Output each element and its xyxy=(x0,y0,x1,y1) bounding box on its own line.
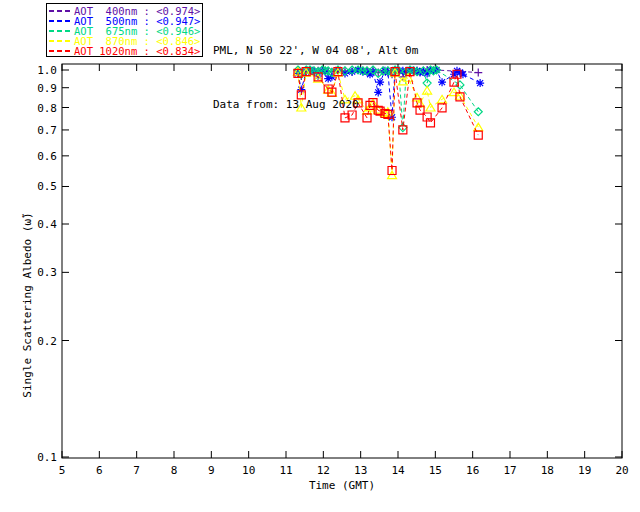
x-tick-label: 17 xyxy=(503,464,516,477)
legend-item-label: AOT 1020nm : <0.834> xyxy=(74,46,200,56)
x-tick-label: 19 xyxy=(578,464,591,477)
x-tick-label: 13 xyxy=(354,464,367,477)
site-info-line: PML, N 50 22', W 04 08', Alt 0m xyxy=(213,42,418,60)
x-tick-label: 6 xyxy=(96,464,103,477)
y-tick-label: 1.0 xyxy=(37,64,57,77)
y-tick-label: 0.7 xyxy=(37,124,57,137)
legend-dash-sample xyxy=(49,10,71,12)
x-tick-label: 15 xyxy=(429,464,442,477)
y-tick-label: 0.4 xyxy=(37,218,57,231)
x-tick-label: 5 xyxy=(59,464,66,477)
x-tick-label: 9 xyxy=(208,464,215,477)
plot-header: PML, N 50 22', W 04 08', Alt 0m Data fro… xyxy=(213,6,418,150)
legend-box: AOT 400nm : <0.974>AOT 500nm : <0.947>AO… xyxy=(46,3,203,57)
y-tick-label: 0.3 xyxy=(37,266,57,279)
x-tick-label: 7 xyxy=(133,464,140,477)
x-tick-label: 8 xyxy=(171,464,178,477)
y-tick-label: 0.6 xyxy=(37,150,57,163)
x-axis-title: Time (GMT) xyxy=(309,479,375,492)
x-tick-label: 11 xyxy=(279,464,292,477)
y-tick-label: 0.9 xyxy=(37,82,57,95)
data-date-line: Data from: 13 Aug 2020 xyxy=(213,96,418,114)
x-tick-label: 14 xyxy=(391,464,405,477)
y-tick-label: 0.2 xyxy=(37,335,57,348)
legend-dash-sample xyxy=(49,30,71,32)
legend-dash-sample xyxy=(49,20,71,22)
legend-item: AOT 1020nm : <0.834> xyxy=(47,46,202,56)
x-tick-label: 18 xyxy=(541,464,554,477)
ssa-time-series-page: 5678910111213141516171819201.00.90.80.70… xyxy=(0,0,640,512)
x-tick-label: 12 xyxy=(317,464,330,477)
legend-dash-sample xyxy=(49,40,71,42)
legend-dash-sample xyxy=(49,50,71,52)
x-tick-label: 10 xyxy=(242,464,255,477)
x-tick-label: 20 xyxy=(615,464,628,477)
y-tick-label: 0.5 xyxy=(37,180,57,193)
y-tick-label: 0.1 xyxy=(37,451,57,464)
y-axis-title: Single Scattering Albedo (ω̃) xyxy=(21,212,34,397)
x-tick-label: 16 xyxy=(466,464,479,477)
y-tick-label: 0.8 xyxy=(37,102,57,115)
